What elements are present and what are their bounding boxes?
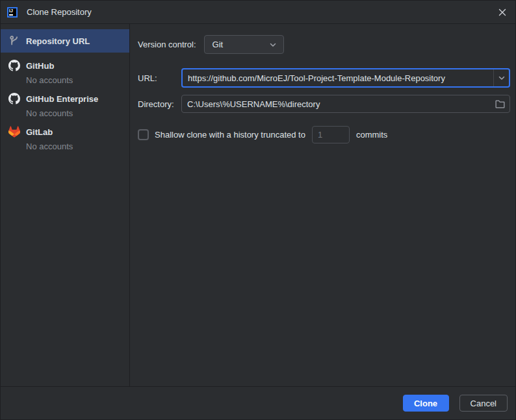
version-control-value: Git bbox=[213, 40, 268, 49]
main-form: Version control: Git URL: bbox=[130, 24, 515, 386]
url-combobox bbox=[181, 68, 510, 88]
directory-row: Directory: bbox=[138, 95, 510, 113]
chevron-down-icon bbox=[497, 73, 507, 83]
intellij-logo-text: IJ bbox=[9, 8, 13, 13]
shallow-clone-label: Shallow clone with a history truncated t… bbox=[155, 130, 305, 140]
directory-input[interactable] bbox=[182, 95, 490, 112]
github-icon bbox=[8, 60, 20, 71]
sidebar-item-label: GitLab bbox=[26, 127, 53, 137]
commits-suffix-label: commits bbox=[356, 130, 387, 140]
version-control-row: Version control: Git bbox=[138, 35, 510, 54]
git-branch-icon bbox=[8, 35, 20, 47]
button-bar: Clone Cancel bbox=[1, 386, 515, 419]
dialog-body: Repository URL GitHub No accounts GitHub… bbox=[1, 24, 515, 386]
sidebar: Repository URL GitHub No accounts GitHub… bbox=[1, 24, 130, 386]
commits-count-input[interactable] bbox=[312, 126, 350, 143]
title-bar: IJ Clone Repository bbox=[1, 1, 515, 24]
sidebar-item-github[interactable]: GitHub No accounts bbox=[1, 53, 129, 86]
url-input[interactable] bbox=[183, 69, 493, 86]
sidebar-item-label: GitHub Enterprise bbox=[26, 94, 98, 104]
sidebar-item-repository-url[interactable]: Repository URL bbox=[1, 29, 129, 53]
close-icon bbox=[497, 7, 508, 18]
intellij-app-icon: IJ bbox=[7, 7, 18, 18]
clone-button[interactable]: Clone bbox=[403, 395, 449, 412]
sidebar-item-label: GitHub bbox=[26, 61, 54, 71]
sidebar-item-subtext: No accounts bbox=[26, 142, 122, 151]
directory-label: Directory: bbox=[138, 99, 181, 109]
sidebar-item-label: Repository URL bbox=[26, 36, 90, 46]
directory-field bbox=[181, 95, 510, 113]
folder-icon bbox=[495, 99, 506, 110]
url-label: URL: bbox=[138, 73, 181, 83]
cancel-button[interactable]: Cancel bbox=[459, 395, 508, 412]
sidebar-item-gitlab[interactable]: GitLab No accounts bbox=[1, 119, 129, 152]
sidebar-item-subtext: No accounts bbox=[26, 75, 122, 85]
url-dropdown-button[interactable] bbox=[493, 69, 509, 86]
version-control-label: Version control: bbox=[138, 40, 196, 49]
clone-repository-dialog: IJ Clone Repository Repository URL bbox=[0, 0, 516, 420]
chevron-down-icon bbox=[268, 40, 278, 50]
version-control-dropdown[interactable]: Git bbox=[204, 35, 284, 54]
close-button[interactable] bbox=[495, 5, 510, 20]
sidebar-item-github-enterprise[interactable]: GitHub Enterprise No accounts bbox=[1, 86, 129, 119]
browse-directory-button[interactable] bbox=[490, 95, 510, 112]
intellij-logo-underscore bbox=[9, 14, 13, 16]
sidebar-item-subtext: No accounts bbox=[26, 108, 122, 118]
shallow-clone-row: Shallow clone with a history truncated t… bbox=[138, 126, 510, 143]
dialog-title: Clone Repository bbox=[27, 7, 92, 17]
gitlab-icon bbox=[8, 126, 20, 138]
url-row: URL: bbox=[138, 68, 510, 88]
github-icon bbox=[8, 93, 20, 105]
shallow-clone-checkbox[interactable] bbox=[138, 129, 149, 140]
